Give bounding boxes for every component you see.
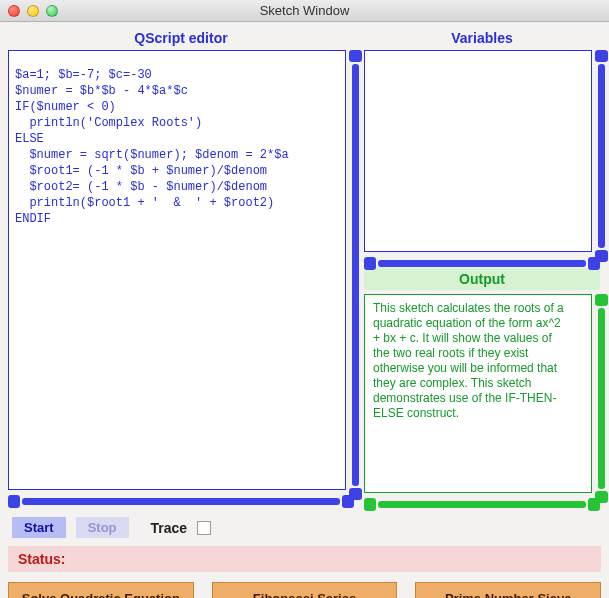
output-h-scrollbar[interactable] (364, 498, 600, 511)
variables-h-scrollbar[interactable] (364, 257, 600, 270)
window-title: Sketch Window (0, 3, 609, 18)
stop-button: Stop (76, 517, 129, 538)
zoom-icon[interactable] (46, 5, 58, 17)
close-icon[interactable] (8, 5, 20, 17)
output-panel: This sketch calculates the roots of a qu… (364, 294, 592, 493)
editor-h-scrollbar[interactable] (8, 495, 354, 508)
fibonacci-button[interactable]: Fibonacci Series (212, 582, 398, 598)
output-text: This sketch calculates the roots of a qu… (367, 297, 577, 425)
variables-panel (364, 50, 592, 252)
trace-label: Trace (151, 520, 188, 536)
traffic-lights (0, 5, 58, 17)
start-button[interactable]: Start (12, 517, 66, 538)
code-area[interactable]: $a=1; $b=-7; $c=-30 $numer = $b*$b - 4*$… (11, 65, 331, 229)
editor-v-scrollbar[interactable] (349, 50, 362, 500)
solve-quadratic-button[interactable]: Solve Quadratic Equation (8, 582, 194, 598)
output-v-scrollbar[interactable] (595, 294, 608, 503)
variables-header: Variables (364, 28, 600, 50)
variables-content (367, 53, 577, 61)
trace-checkbox[interactable] (197, 521, 211, 535)
status-label: Status: (18, 551, 65, 567)
output-header: Output (364, 268, 600, 290)
editor-panel: $a=1; $b=-7; $c=-30 $numer = $b*$b - 4*$… (8, 50, 346, 490)
status-bar: Status: (8, 546, 601, 572)
variables-v-scrollbar[interactable] (595, 50, 608, 262)
editor-header: QScript editor (8, 28, 354, 50)
minimize-icon[interactable] (27, 5, 39, 17)
window-titlebar: Sketch Window (0, 0, 609, 22)
prime-sieve-button[interactable]: Prime Number Sieve (415, 582, 601, 598)
